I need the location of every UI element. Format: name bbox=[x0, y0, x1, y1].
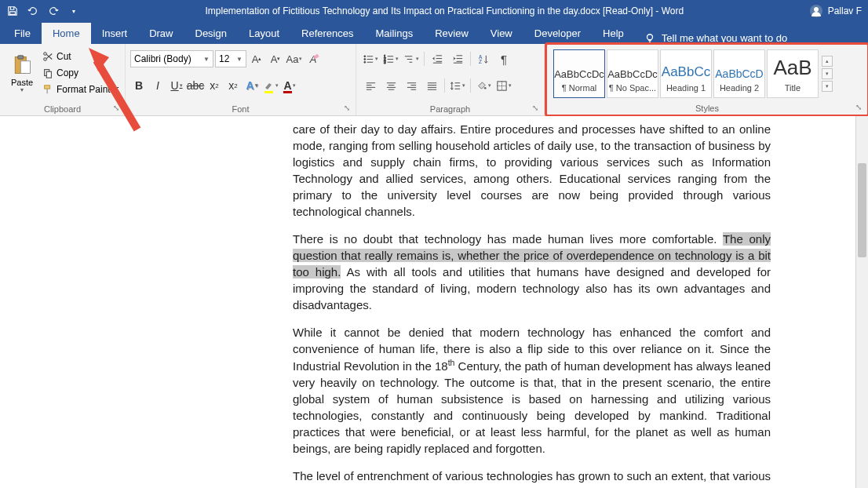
styles-gallery-more[interactable]: ▴ ▾ ▾ bbox=[820, 49, 834, 98]
decrease-indent-button[interactable] bbox=[428, 50, 447, 67]
bullets-button[interactable]: ▾ bbox=[361, 50, 380, 67]
subscript-button[interactable]: x2 bbox=[206, 77, 223, 94]
align-right-button[interactable] bbox=[402, 77, 421, 94]
paste-button[interactable]: Paste ▼ bbox=[5, 47, 39, 99]
svg-rect-10 bbox=[45, 86, 50, 89]
justify-button[interactable] bbox=[422, 77, 441, 94]
underline-button[interactable]: U▾ bbox=[168, 77, 185, 94]
qat-customize-button[interactable]: ▾ bbox=[64, 2, 83, 20]
tab-home[interactable]: Home bbox=[42, 23, 91, 44]
font-name-combo[interactable]: Calibri (Body)▼ bbox=[130, 50, 213, 67]
highlight-color-button[interactable]: ▾ bbox=[262, 77, 279, 94]
text-run: care of their day to day affairs. Entire… bbox=[293, 122, 771, 218]
font-group-label: Font bbox=[126, 104, 356, 114]
font-dialog-launcher[interactable]: ⤡ bbox=[344, 104, 353, 113]
text-run: There is no doubt that technology has ma… bbox=[293, 232, 723, 246]
scroll-up-icon[interactable]: ▴ bbox=[822, 56, 833, 67]
redo-button[interactable] bbox=[44, 2, 63, 20]
vertical-scrollbar[interactable] bbox=[855, 116, 868, 488]
grow-font-button[interactable]: A▴ bbox=[248, 50, 265, 67]
svg-point-12 bbox=[364, 55, 366, 56]
style-heading-2[interactable]: AaBbCcD Heading 2 bbox=[713, 49, 765, 98]
format-painter-icon bbox=[42, 84, 53, 95]
user-name: Pallav F bbox=[828, 5, 862, 16]
eraser-icon bbox=[313, 52, 321, 60]
strikethrough-button[interactable]: abc bbox=[187, 77, 204, 94]
tab-insert[interactable]: Insert bbox=[91, 23, 139, 44]
numbering-button[interactable]: 123▾ bbox=[381, 50, 400, 67]
paragraph[interactable]: While it cannot be denied that modern te… bbox=[293, 324, 771, 457]
scroll-down-icon[interactable]: ▾ bbox=[822, 68, 833, 79]
paragraph[interactable]: There is no doubt that technology has ma… bbox=[293, 231, 771, 313]
tab-references[interactable]: References bbox=[290, 23, 364, 44]
tab-file[interactable]: File bbox=[3, 23, 42, 44]
sort-button[interactable]: AZ bbox=[474, 50, 493, 67]
svg-text:3: 3 bbox=[384, 60, 386, 64]
style-preview: AaBbCc bbox=[662, 55, 710, 80]
expand-gallery-icon[interactable]: ▾ bbox=[822, 81, 833, 92]
line-spacing-button[interactable]: ▾ bbox=[448, 77, 467, 94]
align-left-button[interactable] bbox=[361, 77, 380, 94]
tab-design[interactable]: Design bbox=[184, 23, 238, 44]
style-normal[interactable]: AaBbCcDc ¶ Normal bbox=[553, 49, 605, 98]
tab-mailings[interactable]: Mailings bbox=[365, 23, 425, 44]
paragraph-dialog-launcher[interactable]: ⤡ bbox=[532, 104, 542, 113]
multilevel-icon bbox=[403, 53, 415, 65]
svg-point-1 bbox=[814, 7, 819, 12]
styles-gallery: AaBbCcDc ¶ Normal AaBbCcDc ¶ No Spac... … bbox=[550, 46, 864, 101]
bullets-icon bbox=[363, 53, 374, 65]
undo-button[interactable] bbox=[24, 2, 42, 20]
scrollbar-thumb[interactable] bbox=[858, 163, 866, 257]
bold-button[interactable]: B bbox=[130, 77, 148, 94]
clipboard-group-label: Clipboard bbox=[0, 104, 125, 114]
user-avatar-icon bbox=[809, 4, 823, 18]
clear-formatting-button[interactable]: A bbox=[305, 50, 322, 67]
style-title[interactable]: AaB Title bbox=[767, 49, 819, 98]
decrease-indent-icon bbox=[432, 53, 443, 65]
cut-button[interactable]: Cut bbox=[42, 49, 119, 64]
align-center-button[interactable] bbox=[381, 77, 400, 94]
svg-text:Z: Z bbox=[478, 59, 481, 64]
paragraph[interactable]: The level of entrenchment of various tec… bbox=[293, 468, 771, 488]
style-heading-1[interactable]: AaBbCc Heading 1 bbox=[660, 49, 712, 98]
superscript-button[interactable]: x2 bbox=[224, 77, 242, 94]
italic-button[interactable]: I bbox=[149, 77, 166, 94]
document-body[interactable]: care of their day to day affairs. Entire… bbox=[227, 116, 849, 488]
clipboard-dialog-launcher[interactable]: ⤡ bbox=[113, 104, 122, 113]
tab-review[interactable]: Review bbox=[424, 23, 480, 44]
copy-button[interactable]: Copy bbox=[42, 65, 119, 81]
user-area[interactable]: Pallav F bbox=[803, 4, 868, 18]
tab-layout[interactable]: Layout bbox=[238, 23, 290, 44]
chevron-down-icon: ▼ bbox=[20, 87, 25, 93]
increase-indent-button[interactable] bbox=[448, 50, 467, 67]
borders-button[interactable]: ▾ bbox=[494, 77, 513, 94]
show-hide-button[interactable]: ¶ bbox=[494, 50, 513, 67]
tab-draw[interactable]: Draw bbox=[138, 23, 184, 44]
style-label: ¶ No Spac... bbox=[609, 83, 656, 93]
paragraph[interactable]: care of their day to day affairs. Entire… bbox=[293, 121, 771, 220]
tab-view[interactable]: View bbox=[480, 23, 523, 44]
paste-label: Paste bbox=[11, 78, 33, 87]
change-case-button[interactable]: Aa▾ bbox=[286, 50, 303, 67]
save-button[interactable] bbox=[3, 2, 22, 20]
svg-point-7 bbox=[44, 53, 47, 56]
shading-button[interactable]: ▾ bbox=[474, 77, 493, 94]
styles-dialog-launcher[interactable]: ⤡ bbox=[855, 103, 865, 112]
font-color-button[interactable]: A▾ bbox=[281, 77, 298, 94]
group-paragraph: ▾ 123▾ ▾ AZ ¶ ▾ ▾ ▾ Paragraph ⤡ bbox=[356, 44, 545, 115]
format-painter-button[interactable]: Format Painter bbox=[42, 82, 119, 97]
tab-developer[interactable]: Developer bbox=[523, 23, 592, 44]
svg-rect-9 bbox=[46, 71, 51, 78]
font-size-combo[interactable]: 12▼ bbox=[215, 50, 246, 67]
text-effects-button[interactable]: A▾ bbox=[243, 77, 261, 94]
multilevel-list-button[interactable]: ▾ bbox=[402, 50, 421, 67]
style-no-spacing[interactable]: AaBbCcDc ¶ No Spac... bbox=[607, 49, 658, 98]
tab-help[interactable]: Help bbox=[592, 23, 635, 44]
cut-label: Cut bbox=[57, 51, 71, 62]
svg-point-13 bbox=[364, 58, 366, 60]
shrink-font-button[interactable]: A▾ bbox=[267, 50, 284, 67]
style-label: Heading 2 bbox=[720, 83, 759, 93]
document-area[interactable]: care of their day to day affairs. Entire… bbox=[0, 116, 868, 488]
sort-icon: AZ bbox=[478, 53, 490, 65]
align-center-icon bbox=[385, 80, 397, 92]
